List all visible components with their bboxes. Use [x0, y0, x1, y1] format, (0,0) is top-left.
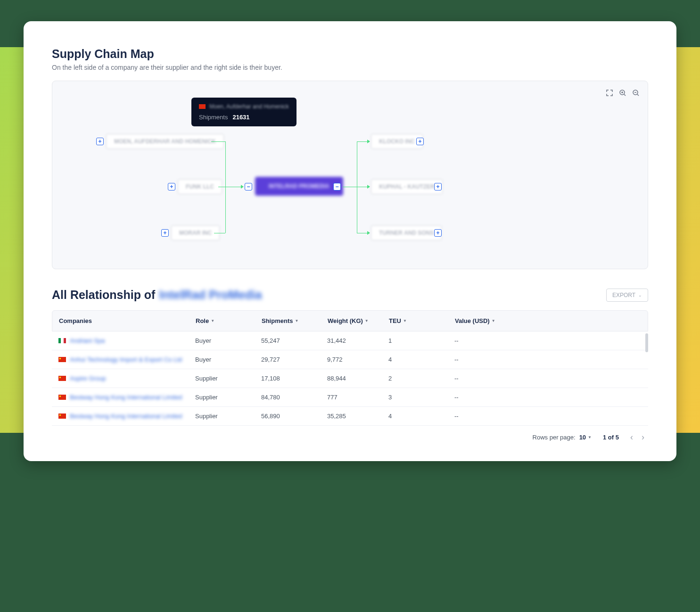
company-link[interactable]: Anhui Technology Import & Export Co Ltd: [70, 356, 182, 363]
expand-supplier-1[interactable]: +: [96, 138, 104, 145]
table-body: Andriani SpaBuyer55,24731,4421--Anhui Te…: [52, 331, 648, 426]
pagination: Rows per page: 10 ▼ 1 of 5 ‹ ›: [52, 426, 648, 442]
cell-teu: 4: [388, 413, 454, 420]
chevron-down-icon: ⌄: [638, 293, 642, 298]
caret-down-icon: ▼: [588, 435, 592, 439]
supplier-node-3[interactable]: MORAR INC: [171, 225, 220, 240]
relationships-title: All Relationship of IntelRad ProMedia: [52, 288, 262, 302]
tooltip-shipments-label: Shipments: [199, 114, 228, 121]
cell-weight: 9,772: [327, 356, 388, 363]
cell-weight: 88,944: [327, 375, 388, 382]
expand-supplier-3[interactable]: +: [161, 229, 169, 237]
col-role[interactable]: Role▼: [196, 317, 262, 324]
flag-icon: [199, 104, 206, 109]
cell-role: Buyer: [195, 356, 261, 363]
map-subtitle: On the left side of a company are their …: [52, 64, 648, 71]
table-row[interactable]: Andriani SpaBuyer55,24731,4421--: [52, 331, 648, 350]
cell-teu: 1: [388, 337, 454, 344]
cell-shipments: 17,108: [261, 375, 327, 382]
cell-value: --: [454, 375, 511, 382]
supply-chain-graph: Moen, Aufderhar and Homenick Shipments 2…: [52, 81, 648, 269]
table-row[interactable]: Bestway Hong Kong International LimitedS…: [52, 407, 648, 426]
tooltip-shipments-value: 21631: [232, 114, 249, 121]
cell-role: Supplier: [195, 394, 261, 401]
supplier-node-1[interactable]: MOEN, AUFDERHAR AND HOMENICK: [106, 134, 224, 149]
cell-value: --: [454, 356, 511, 363]
cell-value: --: [454, 337, 511, 344]
relationships-company: IntelRad ProMedia: [159, 288, 262, 302]
flag-icon: [58, 395, 66, 400]
cell-role: Supplier: [195, 413, 261, 420]
table-header: Companies Role▼ Shipments▼ Weight (KG)▼ …: [52, 310, 648, 331]
cell-role: Buyer: [195, 337, 261, 344]
map-title: Supply Chain Map: [52, 47, 648, 61]
sort-icon: ▼: [492, 319, 495, 323]
buyer-node-2[interactable]: KUPHAL - KAUTZER: [371, 179, 443, 194]
expand-buyer-3[interactable]: +: [434, 229, 442, 237]
cell-teu: 4: [388, 356, 454, 363]
cell-value: --: [454, 413, 511, 420]
next-page-button[interactable]: ›: [642, 432, 644, 442]
cell-shipments: 84,780: [261, 394, 327, 401]
node-tooltip: Moen, Aufderhar and Homenick Shipments 2…: [191, 98, 296, 126]
cell-weight: 31,442: [327, 337, 388, 344]
supplier-node-2[interactable]: FUNK LLC: [178, 179, 222, 194]
table-row[interactable]: Anhui Technology Import & Export Co LtdB…: [52, 350, 648, 369]
cell-role: Supplier: [195, 375, 261, 382]
col-weight[interactable]: Weight (KG)▼: [328, 317, 389, 324]
prev-page-button[interactable]: ‹: [630, 432, 633, 442]
company-link[interactable]: Andriani Spa: [70, 337, 105, 344]
expand-buyer-1[interactable]: +: [416, 138, 424, 145]
col-companies[interactable]: Companies: [59, 317, 196, 324]
focus-company-node[interactable]: INTELRAD PROMEDIA: [255, 177, 343, 196]
flag-icon: [58, 414, 66, 419]
sort-icon: ▼: [365, 319, 369, 323]
relationships-table: Companies Role▼ Shipments▼ Weight (KG)▼ …: [52, 310, 648, 447]
table-row[interactable]: Bestway Hong Kong International LimitedS…: [52, 388, 648, 407]
company-link[interactable]: Bestway Hong Kong International Limited: [70, 413, 182, 420]
cell-shipments: 55,247: [261, 337, 327, 344]
cell-shipments: 56,890: [261, 413, 327, 420]
cell-teu: 3: [388, 394, 454, 401]
export-button[interactable]: EXPORT ⌄: [606, 289, 648, 302]
sort-icon: ▼: [211, 319, 214, 323]
expand-buyer-2[interactable]: +: [434, 183, 442, 190]
main-card: Supply Chain Map On the left side of a c…: [24, 21, 676, 461]
collapse-right[interactable]: −: [333, 183, 341, 190]
flag-icon: [58, 357, 66, 362]
tooltip-company: Moen, Aufderhar and Homenick: [209, 103, 289, 110]
expand-supplier-2[interactable]: +: [168, 183, 175, 190]
buyer-node-1[interactable]: KLOCKO INC: [371, 134, 423, 149]
map-panel[interactable]: Moen, Aufderhar and Homenick Shipments 2…: [52, 81, 648, 269]
rows-per-page-label: Rows per page:: [533, 434, 576, 441]
flag-icon: [58, 338, 66, 343]
company-link[interactable]: Bestway Hong Kong International Limited: [70, 394, 182, 401]
company-link[interactable]: Aspire Group: [70, 375, 106, 382]
cell-teu: 2: [388, 375, 454, 382]
map-section: Supply Chain Map On the left side of a c…: [52, 47, 648, 288]
cell-shipments: 29,727: [261, 356, 327, 363]
sort-icon: ▼: [295, 319, 298, 323]
rows-per-page-select[interactable]: 10 ▼: [579, 434, 592, 441]
col-value[interactable]: Value (USD)▼: [455, 317, 511, 324]
buyer-node-3[interactable]: TURNER AND SONS: [371, 225, 442, 240]
col-shipments[interactable]: Shipments▼: [262, 317, 328, 324]
sort-icon: ▼: [403, 319, 407, 323]
cell-weight: 35,285: [327, 413, 388, 420]
scrollbar-thumb[interactable]: [645, 333, 648, 352]
flag-icon: [58, 376, 66, 381]
cell-weight: 777: [327, 394, 388, 401]
page-info: 1 of 5: [603, 434, 619, 441]
cell-value: --: [454, 394, 511, 401]
collapse-left[interactable]: −: [245, 183, 252, 190]
table-row[interactable]: Aspire GroupSupplier17,10888,9442--: [52, 369, 648, 388]
col-teu[interactable]: TEU▼: [389, 317, 455, 324]
